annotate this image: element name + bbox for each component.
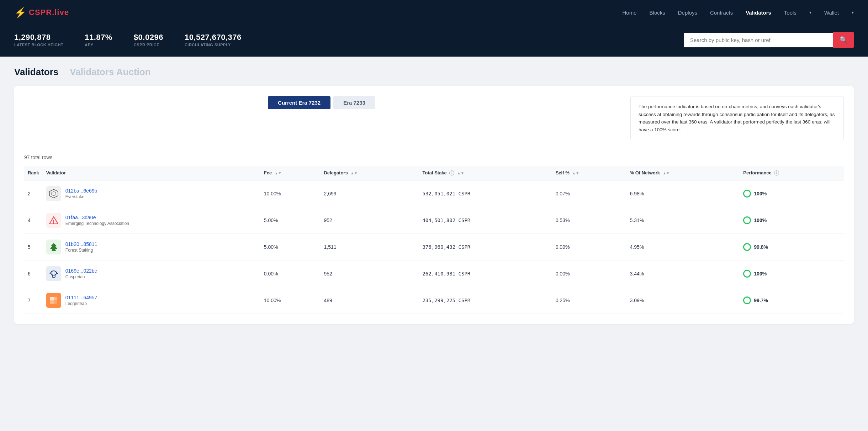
validator-info: 01111...64957 Ledgerleap xyxy=(65,295,97,306)
page: Validators Validators Auction Current Er… xyxy=(0,57,868,334)
nav-contracts[interactable]: Contracts xyxy=(710,10,733,16)
performance-cell: 100% xyxy=(740,180,844,207)
rank-cell: 6 xyxy=(24,261,43,287)
svg-rect-11 xyxy=(50,300,54,304)
validator-name: Casperian xyxy=(65,274,97,279)
table-row: 5 01b20...85811 Forest Staking 5.00% 1,5… xyxy=(24,234,844,261)
logo-text: CSPR.live xyxy=(29,8,69,17)
fee-cell: 5.00% xyxy=(260,234,321,261)
validator-logo xyxy=(46,293,61,308)
svg-rect-12 xyxy=(54,300,57,304)
performance-cell: 100% xyxy=(740,261,844,287)
validator-address[interactable]: 012ba...6e69b xyxy=(65,188,97,194)
validator-address[interactable]: 0169e...022bc xyxy=(65,268,97,274)
network-pct-cell: 5.31% xyxy=(626,207,740,234)
svg-point-5 xyxy=(51,271,57,275)
svg-marker-4 xyxy=(50,243,57,251)
validator-logo xyxy=(46,240,61,254)
network-pct-cell: 3.09% xyxy=(626,287,740,314)
delegators-cell: 952 xyxy=(320,261,419,287)
self-pct-cell: 0.09% xyxy=(552,234,626,261)
stat-block-height: 1,290,878 LATEST BLOCK HEIGHT xyxy=(14,33,63,47)
performance-circle xyxy=(743,190,751,198)
tab-validators-auction[interactable]: Validators Auction xyxy=(70,67,150,78)
performance-circle xyxy=(743,296,751,304)
logo[interactable]: ⚡ CSPR.live xyxy=(14,7,69,19)
stake-cell: 404,501,802 CSPR xyxy=(419,207,552,234)
performance-cell: 99.7% xyxy=(740,287,844,314)
col-delegators: Delegators ▲▼ xyxy=(320,166,419,180)
svg-marker-0 xyxy=(49,189,58,198)
performance-circle xyxy=(743,216,751,224)
validator-address[interactable]: 01b20...85811 xyxy=(65,241,97,247)
stat-cspr-price: $0.0296 CSPR PRICE xyxy=(134,33,163,47)
delegators-cell: 489 xyxy=(320,287,419,314)
era-selector: Current Era 7232 Era 7233 xyxy=(24,96,619,109)
validator-info: 01faa...3da0e Emerging Technology Associ… xyxy=(65,215,129,226)
fee-cell: 10.00% xyxy=(260,287,321,314)
svg-marker-1 xyxy=(52,191,56,196)
performance-value: 99.7% xyxy=(754,298,768,303)
performance-circle xyxy=(743,243,751,251)
network-pct-cell: 6.98% xyxy=(626,180,740,207)
stat-apy: 11.87% APY xyxy=(85,33,112,47)
validator-cell: 01faa...3da0e Emerging Technology Associ… xyxy=(43,207,260,234)
col-total-stake: Total Stake i ▲▼ xyxy=(419,166,552,180)
svg-rect-10 xyxy=(54,297,57,300)
col-network-pct: % Of Network ▲▼ xyxy=(626,166,740,180)
fee-cell: 0.00% xyxy=(260,261,321,287)
network-pct-cell: 4.95% xyxy=(626,234,740,261)
stake-cell: 235,299,225 CSPR xyxy=(419,287,552,314)
stake-cell: 376,960,432 CSPR xyxy=(419,234,552,261)
validator-logo xyxy=(46,186,61,201)
self-pct-cell: 0.25% xyxy=(552,287,626,314)
validator-cell: 0169e...022bc Casperian xyxy=(43,261,260,287)
search-input[interactable] xyxy=(684,33,833,47)
stake-cell: 262,410,981 CSPR xyxy=(419,261,552,287)
table-header: Rank Validator Fee ▲▼ Delegators ▲▼ Tota… xyxy=(24,166,844,180)
performance-value: 99.8% xyxy=(754,244,768,250)
validators-tbody: 2 012ba...6e69b Everstake 10.00% 2,699 5… xyxy=(24,180,844,314)
network-pct-cell: 3.44% xyxy=(626,261,740,287)
validator-cell: 012ba...6e69b Everstake xyxy=(43,180,260,207)
nav-home[interactable]: Home xyxy=(623,10,637,16)
era-current-button[interactable]: Current Era 7232 xyxy=(268,96,330,109)
search-button[interactable]: 🔍 xyxy=(833,32,854,48)
era-info-row: Current Era 7232 Era 7233 The performanc… xyxy=(24,96,844,147)
self-pct-cell: 0.53% xyxy=(552,207,626,234)
col-fee: Fee ▲▼ xyxy=(260,166,321,180)
validator-address[interactable]: 01111...64957 xyxy=(65,295,97,300)
total-rows: 97 total rows xyxy=(24,154,844,160)
self-pct-cell: 0.07% xyxy=(552,180,626,207)
performance-value: 100% xyxy=(754,191,767,196)
rank-cell: 7 xyxy=(24,287,43,314)
validator-address[interactable]: 01faa...3da0e xyxy=(65,215,96,220)
col-rank: Rank xyxy=(24,166,43,180)
rank-cell: 5 xyxy=(24,234,43,261)
validator-cell: 01b20...85811 Forest Staking xyxy=(43,234,260,261)
validator-info: 01b20...85811 Forest Staking xyxy=(65,241,97,253)
delegators-cell: 2,699 xyxy=(320,180,419,207)
nav-blocks[interactable]: Blocks xyxy=(650,10,665,16)
validator-name: Forest Staking xyxy=(65,248,97,253)
validators-card: Current Era 7232 Era 7233 The performanc… xyxy=(14,86,854,324)
nav-tools[interactable]: Tools xyxy=(784,10,811,16)
header: ⚡ CSPR.live Home Blocks Deploys Contract… xyxy=(0,0,868,25)
validators-table: Rank Validator Fee ▲▼ Delegators ▲▼ Tota… xyxy=(24,166,844,314)
logo-icon: ⚡ xyxy=(14,7,27,19)
nav-deploys[interactable]: Deploys xyxy=(678,10,697,16)
validator-info: 012ba...6e69b Everstake xyxy=(65,188,97,199)
era-next-button[interactable]: Era 7233 xyxy=(333,96,375,109)
tab-validators[interactable]: Validators xyxy=(14,67,58,78)
validator-cell: 01111...64957 Ledgerleap xyxy=(43,287,260,314)
fee-cell: 10.00% xyxy=(260,180,321,207)
table-row: 7 01111...64957 Ledgerleap 10.00% 489 23… xyxy=(24,287,844,314)
nav-validators[interactable]: Validators xyxy=(746,10,771,16)
svg-rect-6 xyxy=(52,275,55,277)
performance-value: 100% xyxy=(754,271,767,277)
performance-cell: 100% xyxy=(740,207,844,234)
nav-wallet[interactable]: Wallet xyxy=(824,10,854,16)
table-row: 6 0169e...022bc Casperian 0.00% 952 262,… xyxy=(24,261,844,287)
col-self-pct: Self % ▲▼ xyxy=(552,166,626,180)
era-selector-wrapper: Current Era 7232 Era 7233 xyxy=(24,96,619,147)
